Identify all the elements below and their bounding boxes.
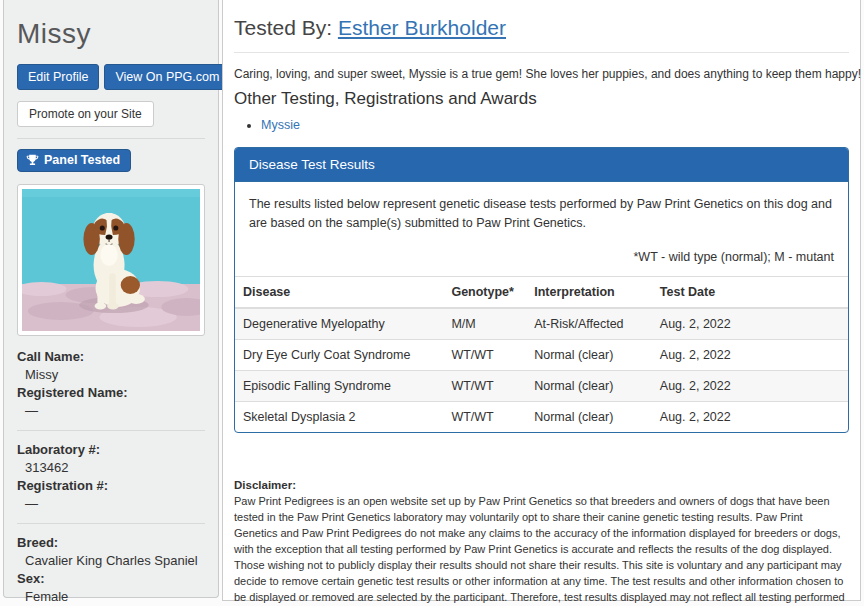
cell-test-date: Aug. 2, 2022 xyxy=(652,308,848,340)
cell-genotype: WT/WT xyxy=(443,371,526,402)
genotype-legend: *WT - wild type (normal); M - mutant xyxy=(249,248,834,267)
details-divider xyxy=(17,430,205,431)
detail-label: Breed: xyxy=(17,534,205,552)
dog-photo[interactable] xyxy=(17,184,205,336)
sidebar-divider xyxy=(17,138,205,139)
cell-disease: Skeletal Dysplasia 2 xyxy=(235,402,443,433)
column-header-genotype: Genotype* xyxy=(443,277,526,309)
promote-site-button[interactable]: Promote on your Site xyxy=(17,101,154,127)
detail-label: Sex: xyxy=(17,570,205,588)
table-row: Skeletal Dysplasia 2 WT/WT Normal (clear… xyxy=(235,402,848,433)
other-testing-list: Myssie xyxy=(261,118,849,132)
panel-tested-badge[interactable]: Panel Tested xyxy=(17,149,131,172)
results-intro-text: The results listed below represent genet… xyxy=(249,195,834,233)
dog-description: Caring, loving, and super sweet, Myssie … xyxy=(234,67,849,81)
cell-genotype: WT/WT xyxy=(443,340,526,371)
edit-profile-button[interactable]: Edit Profile xyxy=(17,64,99,90)
detail-value: Missy xyxy=(25,366,205,384)
tested-by-heading: Tested By: Esther Burkholder xyxy=(234,16,849,40)
view-on-ppg-button[interactable]: View On PPG.com xyxy=(104,64,230,90)
column-header-disease: Disease xyxy=(235,277,443,309)
detail-label: Call Name: xyxy=(17,348,205,366)
tested-by-label: Tested By: xyxy=(234,16,332,39)
heading-divider xyxy=(234,52,849,53)
disease-test-results-panel: Disease Test Results The results listed … xyxy=(234,147,849,433)
cell-genotype: M/M xyxy=(443,308,526,340)
table-row: Dry Eye Curly Coat Syndrome WT/WT Normal… xyxy=(235,340,848,371)
detail-value: — xyxy=(25,402,205,420)
column-header-interpretation: Interpretation xyxy=(526,277,652,309)
dog-photo-illustration xyxy=(22,189,200,331)
dog-results-main-panel: Tested By: Esther Burkholder Caring, lov… xyxy=(222,0,861,601)
cell-test-date: Aug. 2, 2022 xyxy=(652,371,848,402)
detail-value: — xyxy=(25,495,205,513)
panel-tested-label: Panel Tested xyxy=(44,153,120,167)
cell-interpretation: Normal (clear) xyxy=(526,402,652,433)
cell-genotype: WT/WT xyxy=(443,402,526,433)
list-item: Myssie xyxy=(261,118,849,132)
detail-value: Female xyxy=(25,588,205,606)
cell-interpretation: At-Risk/Affected xyxy=(526,308,652,340)
table-row: Degenerative Myelopathy M/M At-Risk/Affe… xyxy=(235,308,848,340)
detail-label: Laboratory #: xyxy=(17,441,205,459)
table-row: Episodic Falling Syndrome WT/WT Normal (… xyxy=(235,371,848,402)
trophy-icon xyxy=(26,154,39,167)
results-panel-body: The results listed below represent genet… xyxy=(235,182,848,266)
table-header-row: Disease Genotype* Interpretation Test Da… xyxy=(235,277,848,309)
cell-test-date: Aug. 2, 2022 xyxy=(652,340,848,371)
cell-interpretation: Normal (clear) xyxy=(526,371,652,402)
disclaimer-text: Paw Print Pedigrees is an open website s… xyxy=(234,494,849,606)
dog-details: Call Name: Missy Registered Name: — Labo… xyxy=(17,348,205,606)
cell-interpretation: Normal (clear) xyxy=(526,340,652,371)
dog-name-title: Missy xyxy=(17,18,205,50)
breeder-link[interactable]: Esther Burkholder xyxy=(338,16,506,39)
other-testing-link[interactable]: Myssie xyxy=(261,118,300,132)
detail-label: Registration #: xyxy=(17,477,205,495)
cell-disease: Degenerative Myelopathy xyxy=(235,308,443,340)
disclaimer-label: Disclaimer: xyxy=(234,477,849,494)
cell-disease: Episodic Falling Syndrome xyxy=(235,371,443,402)
disclaimer: Disclaimer: Paw Print Pedigrees is an op… xyxy=(234,477,849,606)
detail-value: 313462 xyxy=(25,459,205,477)
profile-actions: Edit Profile View On PPG.com xyxy=(17,64,205,90)
disease-results-table: Disease Genotype* Interpretation Test Da… xyxy=(235,276,848,432)
column-header-test-date: Test Date xyxy=(652,277,848,309)
cell-disease: Dry Eye Curly Coat Syndrome xyxy=(235,340,443,371)
results-panel-title: Disease Test Results xyxy=(235,148,848,182)
cell-test-date: Aug. 2, 2022 xyxy=(652,402,848,433)
detail-value: Cavalier King Charles Spaniel xyxy=(25,552,205,570)
dog-profile-sidebar: Missy Edit Profile View On PPG.com Promo… xyxy=(3,0,219,598)
detail-label: Registered Name: xyxy=(17,384,205,402)
details-divider xyxy=(17,523,205,524)
other-testing-heading: Other Testing, Registrations and Awards xyxy=(234,89,849,109)
